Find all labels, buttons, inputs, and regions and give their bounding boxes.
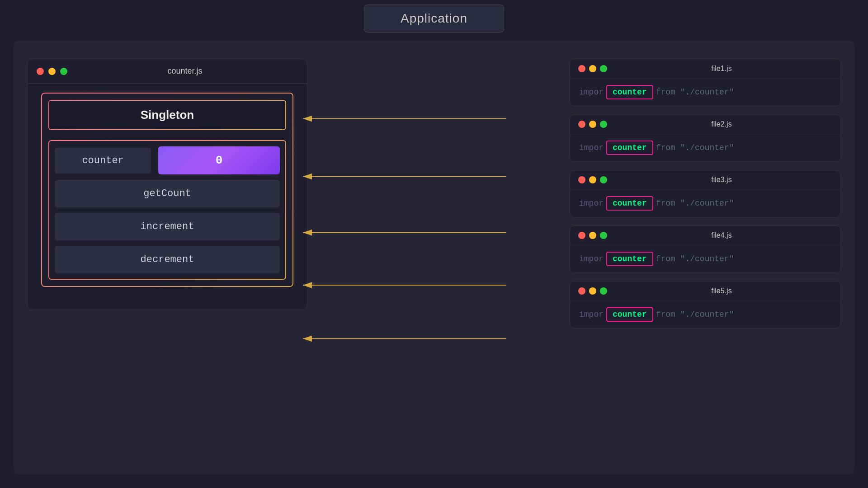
file5-counter-badge: counter <box>606 307 653 322</box>
file5-dot-yellow <box>589 287 596 295</box>
file5-counter-text: counter <box>613 310 647 319</box>
file2-dot-yellow <box>589 121 596 128</box>
inner-methods-box: counter 0 getCount increment <box>47 139 287 281</box>
counter-value-box: 0 <box>158 146 280 174</box>
file2-counter-badge: counter <box>606 141 653 155</box>
decrement-label: decrement <box>141 254 194 265</box>
file3-import: impor <box>579 199 604 208</box>
file1-titlebar: file1.js <box>570 59 840 79</box>
file2-titlebar: file2.js <box>570 115 840 134</box>
dot-green[interactable] <box>60 68 67 75</box>
file5-title: file5.js <box>711 287 731 295</box>
getcount-box[interactable]: getCount <box>55 180 280 207</box>
file3-from: from "./counter" <box>656 199 734 208</box>
file5-window: file5.js impor counter from "./counter" <box>570 281 841 328</box>
file5-import: impor <box>579 310 604 319</box>
file4-titlebar: file4.js <box>570 226 840 245</box>
left-panel-body: Singleton counter 0 <box>28 84 307 296</box>
decrement-box[interactable]: decrement <box>55 246 280 273</box>
screen: Application counter.js Singleton <box>0 0 868 488</box>
file2-counter-text: counter <box>613 143 647 152</box>
file2-import: impor <box>579 143 604 152</box>
file1-title: file1.js <box>711 65 731 73</box>
counter-row: counter 0 <box>55 146 280 174</box>
file3-counter-badge: counter <box>606 196 653 211</box>
file1-window: file1.js impor counter from "./counter" <box>570 59 841 106</box>
file5-titlebar: file5.js <box>570 282 840 301</box>
counter-label: counter <box>82 155 123 166</box>
app-title: Application <box>401 11 467 25</box>
file3-counter-text: counter <box>613 199 647 208</box>
file4-window: file4.js impor counter from "./counter" <box>570 225 841 273</box>
file2-window: file2.js impor counter from "./counter" <box>570 114 841 162</box>
getcount-label: getCount <box>143 188 191 199</box>
counter-value: 0 <box>216 154 223 167</box>
left-panel-window: counter.js Singleton <box>27 59 307 310</box>
file3-title: file3.js <box>711 176 731 184</box>
file1-import: impor <box>579 88 604 97</box>
file4-dot-yellow <box>589 232 596 239</box>
left-window-titlebar: counter.js <box>28 59 307 84</box>
file4-content: impor counter from "./counter" <box>570 245 840 272</box>
file2-title: file2.js <box>711 120 731 128</box>
file4-title: file4.js <box>711 231 731 239</box>
file4-dot-green <box>600 232 607 239</box>
file1-dot-red <box>578 65 585 72</box>
file4-counter-text: counter <box>613 254 647 263</box>
file2-dot-red <box>578 121 585 128</box>
file3-dot-green <box>600 176 607 183</box>
file1-from: from "./counter" <box>656 88 734 97</box>
file5-dot-red <box>578 287 585 295</box>
file2-dot-green <box>600 121 607 128</box>
file3-dot-yellow <box>589 176 596 183</box>
file5-from: from "./counter" <box>656 310 734 319</box>
file4-from: from "./counter" <box>656 254 734 263</box>
file3-titlebar: file3.js <box>570 170 840 190</box>
file1-dot-yellow <box>589 65 596 72</box>
left-window-title: counter.js <box>167 66 202 76</box>
title-bar: Application <box>364 5 504 33</box>
file5-dot-green <box>600 287 607 295</box>
file4-dot-red <box>578 232 585 239</box>
file1-content: impor counter from "./counter" <box>570 79 840 106</box>
dot-red[interactable] <box>37 68 44 75</box>
counter-label-box: counter <box>55 148 151 174</box>
right-panel: file1.js impor counter from "./counter" … <box>570 59 841 328</box>
file1-counter-badge: counter <box>606 85 653 99</box>
singleton-label: Singleton <box>141 108 194 122</box>
file1-dot-green <box>600 65 607 72</box>
file2-content: impor counter from "./counter" <box>570 134 840 161</box>
file3-window: file3.js impor counter from "./counter" <box>570 170 841 217</box>
file4-import: impor <box>579 254 604 263</box>
singleton-box: Singleton <box>47 99 287 131</box>
file3-content: impor counter from "./counter" <box>570 190 840 217</box>
file4-counter-badge: counter <box>606 252 653 266</box>
file1-counter-text: counter <box>613 88 647 97</box>
increment-label: increment <box>141 221 194 232</box>
increment-box[interactable]: increment <box>55 213 280 240</box>
file2-from: from "./counter" <box>656 143 734 152</box>
main-content: counter.js Singleton <box>14 41 854 474</box>
file3-dot-red <box>578 176 585 183</box>
dot-yellow[interactable] <box>48 68 56 75</box>
file5-content: impor counter from "./counter" <box>570 301 840 328</box>
